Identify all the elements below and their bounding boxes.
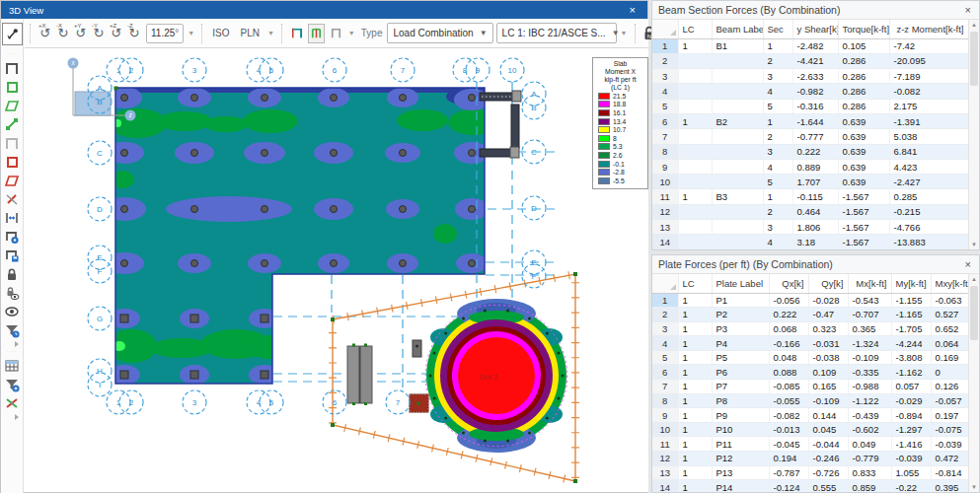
table-cell[interactable]: -0.982 [792, 84, 838, 99]
load-type-select[interactable]: Load Combination ▼ [387, 23, 492, 43]
render-members-wireframe-icon[interactable] [288, 24, 305, 43]
table-cell[interactable]: 0.472 [931, 452, 968, 466]
table-cell[interactable]: 4 [652, 84, 678, 99]
table-cell[interactable]: -0.335 [848, 365, 891, 380]
render-members-color-icon[interactable] [308, 24, 325, 43]
table-cell[interactable]: 1 [763, 38, 792, 53]
table-cell[interactable]: 1 [678, 336, 712, 351]
table-cell[interactable]: -0.075 [931, 422, 968, 437]
table-cell[interactable]: -7.42 [889, 38, 968, 53]
table-cell[interactable]: 1 [678, 321, 712, 336]
column-header[interactable] [652, 274, 678, 293]
table-cell[interactable]: 9 [652, 408, 678, 423]
chevron-down-icon[interactable]: ▼ [187, 30, 195, 36]
table-cell[interactable] [712, 220, 763, 235]
table-cell[interactable]: 1 [678, 452, 712, 466]
table-cell[interactable]: 0.889 [792, 159, 838, 174]
table-cell[interactable]: 1 [678, 189, 712, 204]
table-cell[interactable]: 1 [678, 308, 712, 322]
table-cell[interactable]: 1 [652, 293, 678, 308]
table-cell[interactable]: 0.285 [889, 189, 968, 204]
table-row[interactable]: 55-0.3160.2862.175 [652, 99, 968, 113]
table-cell[interactable]: 1 [763, 113, 792, 128]
table-row[interactable]: 51P50.048-0.038-0.109-3.8080.169 [652, 350, 968, 365]
table-cell[interactable]: P10 [712, 422, 769, 437]
column-header[interactable]: LC [678, 20, 712, 38]
scroll-down-icon[interactable]: ▼ [969, 482, 979, 492]
table-cell[interactable] [678, 159, 712, 174]
table-cell[interactable]: P14 [712, 480, 769, 492]
add-slab-icon[interactable] [1, 96, 23, 114]
column-header[interactable]: z-z Moment[k-ft] [889, 20, 968, 38]
table-cell[interactable] [678, 220, 712, 235]
scrollbar-thumb[interactable] [970, 32, 978, 86]
table-row[interactable]: 44-0.9820.286-0.082 [652, 84, 968, 99]
table-cell[interactable]: -0.602 [848, 422, 891, 437]
table-cell[interactable]: 2 [652, 308, 678, 322]
table-cell[interactable]: 0.395 [931, 480, 968, 492]
table-row[interactable]: 61B21-1.6440.639-1.391 [652, 113, 968, 128]
table-cell[interactable]: -0.056 [769, 293, 808, 308]
table-cell[interactable]: 1 [678, 365, 712, 380]
pedestal-element[interactable] [410, 394, 428, 412]
table-cell[interactable]: 1 [678, 408, 712, 423]
table-cell[interactable]: 10 [652, 422, 678, 437]
table-cell[interactable]: 0.286 [838, 69, 889, 84]
table-cell[interactable]: -0.707 [848, 308, 891, 322]
table-row[interactable]: 111P11-0.045-0.0440.049-1.416-0.039 [652, 437, 968, 452]
table-cell[interactable]: 5.038 [889, 129, 968, 144]
chevron-down-icon[interactable]: ▼ [347, 30, 356, 36]
table-cell[interactable]: 1 [678, 437, 712, 452]
table-cell[interactable] [712, 159, 763, 174]
table-cell[interactable]: 0.833 [848, 465, 891, 480]
column-header[interactable]: Plate Label [712, 274, 769, 293]
scrollbar-thumb[interactable] [970, 286, 978, 340]
table-cell[interactable]: 0.109 [808, 365, 848, 380]
cut-icon[interactable] [1, 393, 23, 412]
table-cell[interactable]: -0.316 [792, 99, 838, 113]
column-header[interactable]: LC [678, 274, 712, 293]
table-cell[interactable]: B2 [712, 113, 763, 128]
table-cell[interactable]: 0 [931, 365, 968, 380]
remove-plate-icon[interactable] [1, 152, 23, 171]
table-cell[interactable]: -1.324 [848, 336, 891, 351]
table-cell[interactable]: -1.122 [848, 393, 891, 408]
table-cell[interactable]: -0.039 [931, 437, 968, 452]
table-cell[interactable]: 3 [763, 220, 792, 235]
table-cell[interactable]: -0.082 [769, 408, 808, 423]
expand-arrow-icon[interactable] [1, 412, 23, 422]
table-cell[interactable]: 8 [652, 393, 678, 408]
table-cell[interactable]: 13 [652, 220, 678, 235]
table-cell[interactable]: 14 [652, 480, 678, 492]
add-plate-icon[interactable] [1, 77, 23, 96]
table-cell[interactable]: -1.644 [792, 113, 838, 128]
scroll-down-icon[interactable]: ▼ [969, 240, 979, 249]
table-cell[interactable]: -7.189 [889, 69, 968, 84]
table-cell[interactable] [712, 129, 763, 144]
table-cell[interactable]: 1 [678, 113, 712, 128]
table-row[interactable]: 1331.806-1.567-4.766 [652, 220, 968, 235]
table-cell[interactable]: -0.057 [931, 393, 968, 408]
table-cell[interactable]: 0.639 [838, 159, 889, 174]
table-row[interactable]: 72-0.7770.6395.038 [652, 129, 968, 144]
table-cell[interactable] [712, 69, 763, 84]
table-row[interactable]: 141P14-0.1240.5550.859-0.220.395 [652, 480, 968, 492]
filter-icon[interactable] [1, 375, 23, 393]
table-cell[interactable]: -0.029 [891, 393, 931, 408]
table-row[interactable]: 101P10-0.0130.045-0.602-1.297-0.075 [652, 422, 968, 437]
table-cell[interactable]: -0.028 [808, 293, 848, 308]
scroll-up-icon[interactable]: ▲ [969, 20, 979, 30]
scroll-up-icon[interactable]: ▲ [969, 274, 979, 284]
table-cell[interactable]: 7 [652, 380, 678, 394]
table-cell[interactable]: -2.633 [792, 69, 838, 84]
table-cell[interactable]: 0.068 [769, 321, 808, 336]
table-cell[interactable]: 1 [678, 380, 712, 394]
column-header[interactable]: My[k-ft] [891, 274, 931, 293]
table-cell[interactable]: 4.423 [889, 159, 968, 174]
table-row[interactable]: 41P4-0.166-0.031-1.324-4.2440.064 [652, 336, 968, 351]
table-cell[interactable]: 0.527 [931, 308, 968, 322]
table-cell[interactable] [678, 53, 712, 68]
column-header[interactable]: Qy[k] [808, 274, 848, 293]
column-header[interactable]: Beam Label [712, 20, 763, 38]
table-cell[interactable]: -0.543 [848, 293, 891, 308]
